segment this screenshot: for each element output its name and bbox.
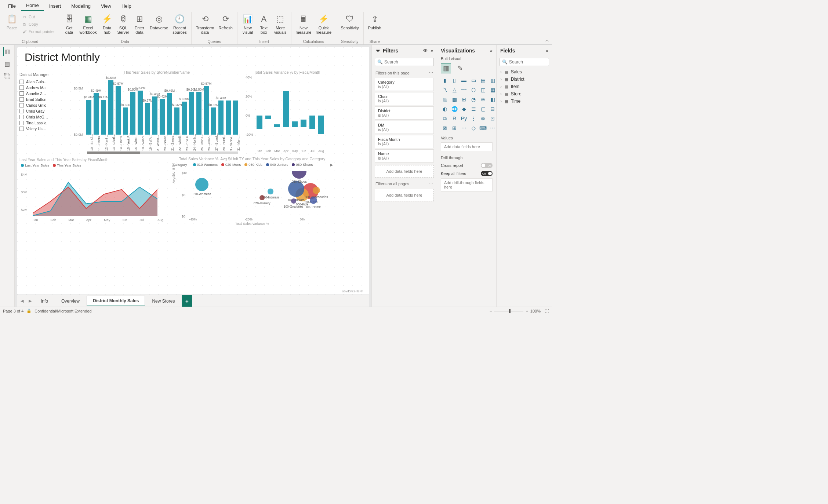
add-page-button[interactable]: +	[182, 295, 192, 307]
next-page-icon[interactable]: ▶	[26, 299, 34, 303]
viz-type-icon[interactable]: ◫	[479, 86, 487, 94]
zoom-out-icon[interactable]: −	[490, 309, 492, 313]
bar[interactable]	[226, 101, 231, 135]
filter-card[interactable]: FiscalMonthis (All)	[375, 135, 434, 148]
page-tab-info[interactable]: Info	[34, 296, 54, 306]
show-hide-icon[interactable]: 👁	[423, 48, 428, 53]
viz-type-icon[interactable]: ☰	[469, 105, 477, 113]
bar[interactable]	[101, 100, 106, 135]
scatter-chart-category[interactable]: Total Sales Variance %, Avg $/Unit TY an…	[171, 157, 333, 226]
new-measure-button[interactable]: 🖩New measure	[294, 12, 314, 35]
field-table[interactable]: ▦District	[497, 76, 552, 83]
collapse-pane-icon[interactable]: »	[546, 48, 548, 53]
viz-type-icon[interactable]: ⊟	[489, 105, 497, 113]
bar[interactable]	[211, 107, 216, 135]
bubble[interactable]	[292, 171, 306, 179]
slicer-item[interactable]: Chris McG…	[19, 114, 63, 120]
bubble[interactable]	[195, 178, 208, 191]
bar[interactable]	[116, 86, 121, 135]
build-tab-icon[interactable]: ▥	[441, 63, 451, 73]
bar[interactable]	[204, 86, 209, 135]
viz-type-icon[interactable]: R	[450, 114, 458, 123]
slicer-item[interactable]: Valery Us…	[19, 126, 63, 132]
page-tab-overview[interactable]: Overview	[55, 296, 86, 306]
bubble[interactable]	[310, 197, 317, 204]
viz-type-icon[interactable]: ⊗	[479, 114, 487, 123]
keep-filters-toggle[interactable]: On	[481, 171, 493, 176]
page-tab-new-stores[interactable]: New Stores	[146, 296, 181, 306]
filters-on-page-dropzone[interactable]: Add data fields here	[375, 165, 434, 178]
filter-card[interactable]: Nameis (All)	[375, 149, 434, 162]
text-box-button[interactable]: AText box	[256, 12, 272, 35]
bar[interactable]	[182, 102, 187, 135]
data-hub-button[interactable]: ⚡Data hub	[99, 12, 115, 35]
page-tab-district-monthly[interactable]: District Monthly Sales	[87, 296, 145, 306]
menu-view[interactable]: View	[96, 1, 116, 11]
viz-type-icon[interactable]: ◆	[460, 105, 468, 113]
refresh-button[interactable]: ⟳Refresh	[216, 12, 235, 31]
bar[interactable]	[130, 92, 135, 135]
bar[interactable]	[94, 93, 99, 135]
report-canvas[interactable]: District Monthly District Manager Allan …	[17, 47, 369, 295]
slicer-item[interactable]: Tina Lassila	[19, 120, 63, 126]
more-icon[interactable]: ⋯	[429, 70, 433, 75]
viz-type-icon[interactable]: 〰	[460, 86, 468, 94]
viz-type-icon[interactable]: ◇	[469, 124, 477, 132]
variance-bar[interactable]	[309, 116, 315, 129]
viz-type-icon[interactable]: ▦	[489, 86, 497, 94]
bar[interactable]	[152, 96, 157, 135]
viz-type-icon[interactable]: ⌨	[479, 124, 487, 132]
viz-type-icon[interactable]: ⧉	[441, 114, 449, 123]
recent-sources-button[interactable]: 🕘Recent sources	[170, 12, 189, 35]
filter-card[interactable]: Chainis (All)	[375, 92, 434, 105]
viz-type-icon[interactable]: ▥	[489, 76, 497, 84]
menu-help[interactable]: Help	[116, 1, 137, 11]
viz-type-icon[interactable]: ◧	[489, 95, 497, 103]
prev-page-icon[interactable]: ◀	[18, 299, 26, 303]
format-painter-button[interactable]: 🖌Format painter	[20, 28, 57, 35]
field-table[interactable]: ▦Sales	[497, 68, 552, 76]
bar[interactable]	[138, 91, 143, 135]
filter-card[interactable]: DMis (All)	[375, 121, 434, 134]
more-visuals-button[interactable]: ⬚More visuals	[272, 12, 289, 35]
filter-card[interactable]: Districtis (All)	[375, 106, 434, 120]
collapse-pane-icon[interactable]: »	[431, 48, 433, 53]
collapse-pane-icon[interactable]: »	[490, 48, 493, 53]
viz-type-icon[interactable]: ◐	[441, 105, 449, 113]
bar[interactable]	[189, 92, 194, 135]
viz-type-icon[interactable]: ⋮	[469, 114, 477, 123]
bar[interactable]	[196, 92, 201, 135]
bar[interactable]	[167, 93, 172, 135]
cross-report-toggle[interactable]: Off	[481, 163, 493, 168]
fit-page-icon[interactable]: ⛶	[545, 309, 549, 313]
viz-type-icon[interactable]: ⬡	[469, 86, 477, 94]
viz-type-icon[interactable]: 🌐	[450, 105, 458, 113]
field-table[interactable]: ▦Time	[497, 98, 552, 105]
transform-data-button[interactable]: ⟲Transform data	[194, 12, 217, 35]
bubble[interactable]	[268, 189, 273, 194]
bar-chart-ty-sales[interactable]: This Year Sales by StoreNumberName $0.5M…	[72, 70, 241, 154]
viz-type-icon[interactable]: ⋯	[460, 124, 468, 132]
collapse-ribbon-icon[interactable]: ︿	[545, 37, 549, 43]
copy-button[interactable]: ⧉Copy	[20, 21, 57, 28]
zoom-in-icon[interactable]: +	[526, 309, 528, 313]
bar[interactable]	[86, 100, 91, 135]
bubble[interactable]	[313, 187, 320, 194]
field-table[interactable]: ▦Item	[497, 83, 552, 90]
values-dropzone[interactable]: Add data fields here	[441, 142, 493, 151]
viz-type-icon[interactable]: ◔	[469, 95, 477, 103]
cut-button[interactable]: ✂Cut	[20, 13, 57, 21]
viz-type-icon[interactable]: ⊞	[460, 95, 468, 103]
paste-button[interactable]: 📋 Paste	[4, 12, 20, 31]
more-icon[interactable]: ⋯	[429, 181, 433, 186]
slicer-item[interactable]: Brad Sutton	[19, 96, 63, 102]
excel-button[interactable]: ▦Excel workbook	[77, 12, 99, 35]
viz-type-icon[interactable]: ⊞	[450, 124, 458, 132]
report-view-icon[interactable]: ▥	[3, 47, 12, 56]
filters-search[interactable]: 🔍	[375, 58, 434, 66]
bar[interactable]	[108, 80, 113, 135]
model-view-icon[interactable]: ⿻	[3, 72, 12, 81]
viz-type-icon[interactable]: ⊡	[489, 114, 497, 123]
scrollbar[interactable]	[87, 151, 238, 154]
slicer-item[interactable]: Carlos Grilo	[19, 102, 63, 108]
